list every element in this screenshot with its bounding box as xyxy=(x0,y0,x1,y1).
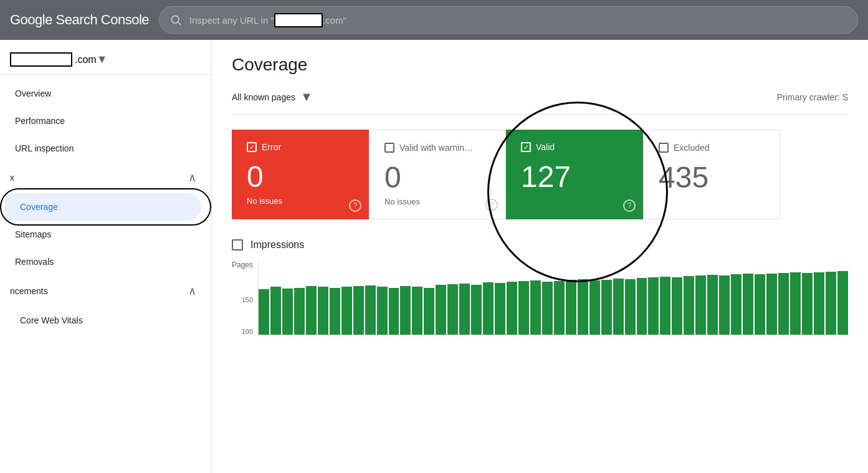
error-count: 0 xyxy=(247,160,354,194)
chart-bar xyxy=(625,279,636,335)
chart-bar xyxy=(542,282,553,335)
filter-bar: All known pages ▼ Primary crawler: S xyxy=(232,90,848,115)
page-title: Coverage xyxy=(232,55,848,75)
error-help-icon[interactable]: ? xyxy=(349,199,361,212)
y-value-100: 100 xyxy=(242,328,253,335)
sidebar-item-core-web-vitals[interactable]: Core Web Vitals xyxy=(5,307,206,334)
index-section-label: x xyxy=(10,173,188,183)
warning-count: 0 xyxy=(384,160,490,194)
chart-bar xyxy=(719,275,730,335)
impressions-checkbox[interactable] xyxy=(232,239,243,251)
search-placeholder-text: Inspect any URL in " .com" xyxy=(189,13,346,27)
chart-bar xyxy=(483,282,494,335)
excluded-checkbox[interactable] xyxy=(659,143,669,153)
sidebar-item-coverage[interactable]: Coverage xyxy=(5,193,201,221)
sidebar-item-sitemaps[interactable]: Sitemaps xyxy=(0,221,206,248)
error-label: Error xyxy=(262,142,281,152)
chart-bar xyxy=(743,274,753,335)
app-logo: Google Search Console xyxy=(10,12,149,28)
enhancements-chevron: ∧ xyxy=(188,284,196,298)
main-content: Coverage All known pages ▼ Primary crawl… xyxy=(212,40,868,473)
chart-bar xyxy=(365,285,376,335)
excluded-label: Excluded xyxy=(674,143,710,153)
chart-bar xyxy=(424,288,434,335)
chart-bar xyxy=(837,271,848,335)
chart-bar xyxy=(270,287,281,335)
index-chevron: ∧ xyxy=(188,171,196,184)
chart-bar xyxy=(341,287,352,335)
svg-point-0 xyxy=(171,16,179,23)
sidebar-item-removals[interactable]: Removals xyxy=(0,248,206,275)
chart-bar xyxy=(660,277,670,335)
property-box xyxy=(10,52,72,67)
impressions-section: Impressions Pages 150 100 xyxy=(232,239,848,335)
chart-bar xyxy=(318,287,328,335)
sidebar-section-index[interactable]: x ∧ xyxy=(0,162,211,193)
chart-bar xyxy=(707,275,718,335)
y-value-150: 150 xyxy=(242,296,253,303)
sidebar-section-enhancements[interactable]: ncements ∧ xyxy=(0,275,211,307)
error-sublabel: No issues xyxy=(247,196,354,206)
chart-bar xyxy=(802,273,813,335)
sidebar-sub-index: Coverage xyxy=(0,193,211,221)
sidebar-item-overview[interactable]: Overview xyxy=(0,80,206,107)
primary-crawler-text: Primary crawler: S xyxy=(777,92,848,102)
valid-card-header: Valid xyxy=(521,142,628,152)
status-cards-row: Error 0 No issues ? Valid with warnin… 0… xyxy=(232,130,848,219)
warning-checkbox[interactable] xyxy=(384,143,394,153)
chart-bar xyxy=(601,280,612,335)
chart-bar xyxy=(648,277,659,335)
chart-bar xyxy=(790,272,801,335)
excluded-count: 435 xyxy=(659,160,765,194)
url-highlight-box xyxy=(274,13,323,27)
chart-bar xyxy=(389,288,399,335)
chart-bar xyxy=(731,274,742,335)
impressions-header: Impressions xyxy=(232,239,848,251)
chart-bar xyxy=(755,274,765,335)
chart-bar xyxy=(330,288,340,335)
warning-label: Valid with warnin… xyxy=(399,143,473,153)
property-dropdown-arrow[interactable]: ▼ xyxy=(97,53,108,66)
chart-bar xyxy=(353,286,364,335)
chart-bar xyxy=(259,289,269,335)
chart-bar xyxy=(637,278,647,335)
property-suffix: .com xyxy=(75,54,97,65)
header: Google Search Console Inspect any URL in… xyxy=(0,0,868,40)
chart-bar xyxy=(471,285,482,335)
chart-bar xyxy=(400,286,411,335)
chart-bar xyxy=(672,277,682,335)
chart-bar xyxy=(436,285,446,335)
chart-bar xyxy=(613,279,624,335)
chart-bar xyxy=(578,279,588,335)
status-card-error[interactable]: Error 0 No issues ? xyxy=(232,130,369,219)
chart-y-axis: Pages 150 100 xyxy=(232,260,258,335)
warning-help-icon[interactable]: ? xyxy=(485,199,498,211)
chart-bar xyxy=(826,272,836,335)
sidebar: .com ▼ Overview Performance URL inspecti… xyxy=(0,40,212,473)
chart-bar xyxy=(447,284,458,335)
chart-bar xyxy=(684,276,694,335)
chart-bar xyxy=(778,273,789,335)
url-search-bar[interactable]: Inspect any URL in " .com" xyxy=(159,6,858,34)
filter-arrow-icon: ▼ xyxy=(300,90,313,104)
error-checkbox[interactable] xyxy=(247,142,257,152)
chart-bar xyxy=(459,284,470,335)
warning-sublabel: No issues xyxy=(384,197,490,206)
chart-bar xyxy=(306,286,317,335)
sidebar-item-url-inspection[interactable]: URL inspection xyxy=(0,135,206,162)
valid-count: 127 xyxy=(521,160,628,194)
status-card-excluded[interactable]: Excluded 435 xyxy=(643,130,780,219)
filter-dropdown[interactable]: All known pages ▼ xyxy=(232,90,313,104)
status-card-warning[interactable]: Valid with warnin… 0 No issues ? xyxy=(369,130,506,219)
chart-bar xyxy=(589,280,600,335)
enhancements-section-label: ncements xyxy=(10,286,188,296)
status-card-valid[interactable]: Valid 127 ? xyxy=(506,130,643,219)
valid-checkbox[interactable] xyxy=(521,142,531,152)
chart-bars xyxy=(258,260,848,335)
valid-help-icon[interactable]: ? xyxy=(623,199,636,212)
property-selector[interactable]: .com ▼ xyxy=(0,45,211,75)
main-layout: .com ▼ Overview Performance URL inspecti… xyxy=(0,40,868,473)
sidebar-item-performance[interactable]: Performance xyxy=(0,107,206,135)
chart-bar xyxy=(530,280,541,335)
chart-bar xyxy=(377,287,388,335)
